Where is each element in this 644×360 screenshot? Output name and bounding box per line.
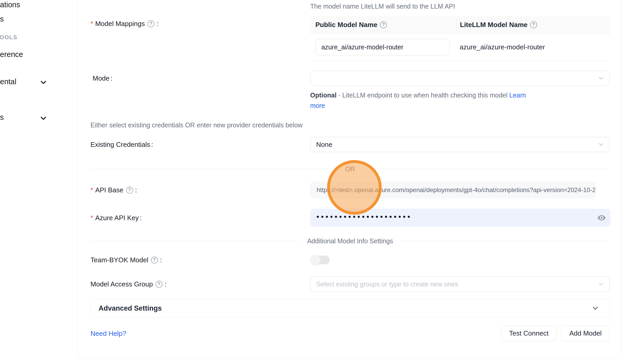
toggle-password-visibility-icon[interactable]	[597, 213, 606, 222]
advanced-settings-panel[interactable]: Advanced Settings	[90, 299, 610, 318]
table-row: azure_ai/azure-model-router	[310, 34, 610, 61]
sidebar-item-2[interactable]: s	[0, 113, 4, 122]
help-tooltip-icon[interactable]: ?	[155, 281, 162, 288]
sidebar: ations s TOOLS erence ental s	[0, 0, 77, 360]
chevron-down-icon	[597, 141, 605, 148]
public-model-name-input[interactable]	[315, 39, 450, 55]
sidebar-item-organizations[interactable]: ations	[0, 1, 20, 9]
api-base-input[interactable]: https://<test>.openai.azure.com/openai/d…	[310, 182, 595, 198]
help-tooltip-icon[interactable]: ?	[530, 21, 537, 28]
help-tooltip-icon[interactable]: ?	[147, 20, 154, 27]
help-tooltip-icon[interactable]: ?	[151, 257, 158, 264]
existing-credentials-label: Existing Credentials:	[90, 140, 153, 149]
litellm-model-name-value: azure_ai/azure-model-router	[456, 43, 610, 51]
advanced-settings-title: Advanced Settings	[99, 304, 162, 312]
additional-settings-divider: Additional Model Info Settings	[90, 237, 610, 245]
footer-button-row: Test Connect Add Model	[310, 325, 610, 341]
mode-help-bold: Optional	[310, 91, 336, 99]
chevron-down-icon	[39, 78, 48, 87]
add-model-page: { "page": { "colon": ":", "required_mark…	[0, 0, 644, 360]
required-marker: *	[90, 186, 93, 194]
required-marker: *	[90, 19, 93, 28]
model-access-group-select[interactable]: Select existing groups or type to create…	[310, 276, 610, 292]
azure-api-key-label: * Azure API Key :	[90, 213, 142, 222]
or-divider: OR	[90, 165, 610, 173]
masked-api-key-value: •••••••••••••••••••••	[316, 213, 412, 221]
sidebar-item-reference[interactable]: erence	[0, 50, 23, 59]
team-byok-label: Team-BYOK Model ? :	[90, 256, 162, 264]
mode-select[interactable]	[310, 71, 610, 86]
model-mappings-table-header: Public Model Name ? LiteLLM Model Name ?	[310, 16, 610, 34]
help-tooltip-icon[interactable]: ?	[126, 187, 133, 194]
eye-icon	[597, 213, 606, 222]
existing-credentials-select[interactable]: None	[310, 137, 610, 152]
model-mappings-table: Public Model Name ? LiteLLM Model Name ?…	[310, 16, 610, 61]
sidebar-item-experimental[interactable]: ental	[0, 77, 16, 86]
azure-api-key-input[interactable]: •••••••••••••••••••••	[310, 209, 610, 227]
additional-settings-divider-label: Additional Model Info Settings	[300, 237, 400, 245]
existing-credentials-value: None	[316, 141, 332, 149]
model-name-helper-text: The model name LiteLLM will send to the …	[310, 2, 455, 11]
model-access-group-placeholder: Select existing groups or type to create…	[316, 280, 458, 288]
column-header-public-model-name: Public Model Name ?	[310, 21, 456, 29]
api-base-label: * API Base ? :	[90, 186, 137, 194]
toggle-knob	[310, 255, 321, 265]
chevron-down-icon	[591, 304, 600, 312]
or-divider-label: OR	[338, 165, 362, 173]
mode-label: Mode:	[93, 74, 112, 83]
help-tooltip-icon[interactable]: ?	[380, 21, 387, 28]
credentials-note: Either select existing credentials OR en…	[90, 121, 303, 129]
sidebar-section-tools: TOOLS	[0, 34, 17, 41]
sidebar-item-1[interactable]: s	[0, 15, 4, 23]
chevron-down-icon	[597, 75, 605, 82]
chevron-down-icon	[597, 280, 605, 288]
model-access-group-label: Model Access Group ? :	[90, 280, 166, 289]
column-header-litellm-model-name: LiteLLM Model Name ?	[456, 19, 610, 30]
need-help-link[interactable]: Need Help?	[90, 329, 126, 338]
public-model-name-cell	[310, 39, 456, 55]
test-connect-button[interactable]: Test Connect	[501, 325, 557, 341]
model-mappings-label: * Model Mappings ? :	[90, 19, 158, 28]
team-byok-toggle[interactable]	[311, 256, 330, 264]
mode-help-text: Optional - LiteLLM endpoint to use when …	[310, 90, 526, 111]
chevron-down-icon	[39, 114, 48, 123]
add-model-button[interactable]: Add Model	[561, 325, 610, 341]
required-marker: *	[90, 213, 93, 222]
